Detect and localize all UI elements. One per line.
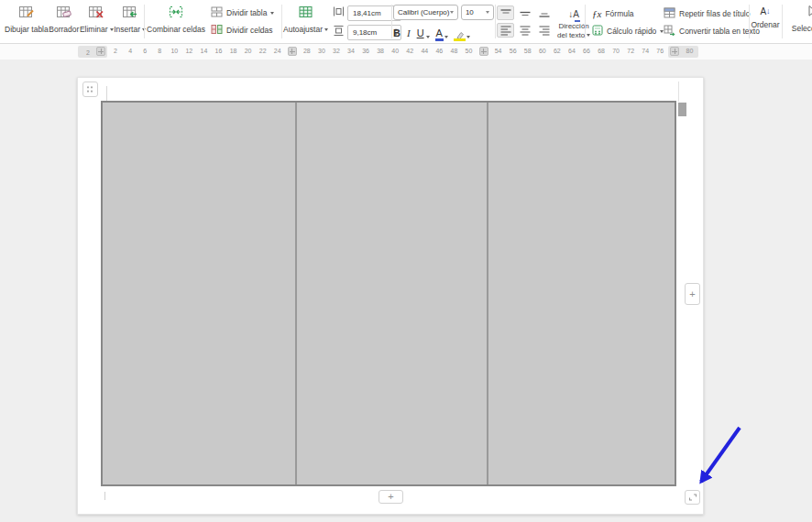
text-cursor	[106, 86, 107, 101]
draw-table-button[interactable]: Dibujar tabla	[5, 0, 49, 43]
ruler-number: 16	[215, 48, 223, 54]
combine-cells-button[interactable]: Combinar celdas	[147, 0, 205, 43]
autofit-group: Autoajustar 18,41cm 9,18cm	[283, 0, 390, 43]
calculator-icon	[592, 25, 603, 38]
ruler-number: 6	[143, 48, 147, 54]
text-direction-icon: ↓A	[568, 9, 579, 20]
ruler-number: 46	[435, 48, 443, 54]
text-cursor-after-table	[104, 492, 105, 500]
ruler-number: 58	[524, 48, 532, 54]
document-table[interactable]	[101, 101, 676, 486]
autofit-button[interactable]: Autoajustar	[283, 0, 328, 43]
split-cells-icon	[211, 24, 223, 37]
delete-label: Eliminar	[80, 26, 108, 35]
underline-button[interactable]: U	[417, 28, 430, 38]
document-canvas[interactable]: + +	[0, 60, 812, 522]
align-left-button[interactable]	[497, 23, 514, 38]
ruler-column-marker[interactable]	[96, 47, 105, 56]
plus-icon: +	[689, 289, 695, 299]
resize-diagonal-icon	[688, 493, 697, 502]
ruler-column-marker[interactable]	[479, 47, 488, 56]
merge-group: Combinar celdas Dividir tabla Dividir ce…	[147, 0, 280, 43]
select-button[interactable]: Seleccionar	[785, 0, 812, 34]
dropdown-arrow-icon	[466, 36, 470, 38]
table-column-border[interactable]	[295, 103, 297, 484]
horizontal-ruler[interactable]: 2 24681012141618202224283032343638404244…	[0, 44, 812, 60]
table-column-border[interactable]	[487, 103, 488, 484]
align-center-button[interactable]	[516, 23, 533, 38]
convert-table-icon	[664, 25, 675, 38]
ruler-number: 14	[201, 48, 208, 54]
ruler-number: 32	[333, 48, 340, 54]
sort-button[interactable]: A↓ Ordenar	[750, 0, 781, 30]
bold-button[interactable]: B	[393, 28, 401, 38]
highlight-button[interactable]	[455, 27, 470, 38]
font-color-button[interactable]: A	[436, 28, 448, 38]
valign-top-button[interactable]	[497, 5, 514, 20]
convert-table-button[interactable]: Convertir tabla en texto	[664, 25, 760, 38]
split-buttons: Dividir tabla Dividir celdas	[211, 0, 274, 43]
ruler-number: 18	[230, 48, 237, 54]
chevron-down-icon	[450, 11, 454, 14]
group-divider	[585, 5, 586, 38]
ruler-number: 54	[495, 48, 502, 54]
eraser-button[interactable]: Borrador	[49, 0, 79, 43]
split-table-label: Dividir tabla	[226, 8, 267, 17]
eraser-label: Borrador	[49, 26, 79, 35]
alignment-group: ↓A Dirección del texto	[497, 0, 585, 43]
group-divider	[391, 5, 392, 38]
combine-cells-label: Combinar celdas	[147, 26, 205, 35]
font-family-select[interactable]: Calibri (Cuerpo)	[393, 5, 458, 20]
ruler-number: 4	[128, 48, 132, 54]
dropdown-arrow-icon	[444, 36, 448, 38]
add-row-button[interactable]: +	[379, 490, 403, 504]
draw-table-label: Dibujar tabla	[5, 26, 49, 35]
ruler-number: 64	[568, 48, 576, 54]
split-cells-label: Dividir celdas	[226, 26, 273, 35]
underline-letter: U	[417, 28, 424, 38]
move-handle-grid-icon	[86, 85, 94, 93]
font-group: Calibri (Cuerpo) 10 B I U A	[393, 0, 494, 43]
quick-calc-button[interactable]: Cálculo rápido	[592, 25, 664, 38]
group-divider	[281, 5, 282, 38]
italic-button[interactable]: I	[407, 28, 411, 38]
repeat-header-button[interactable]: Repetir filas de título	[664, 7, 750, 20]
select-group: Seleccionar	[785, 0, 812, 43]
ruler-number: 24	[274, 48, 281, 54]
insert-label: Insertar	[114, 26, 140, 35]
document-page[interactable]: + +	[77, 77, 704, 515]
ruler-column-marker[interactable]	[288, 47, 297, 56]
insert-table-icon	[122, 5, 138, 23]
ruler-number: 44	[421, 48, 428, 54]
font-color-letter: A	[436, 28, 443, 38]
split-table-icon	[211, 6, 223, 19]
ruler-number: 2	[114, 48, 117, 54]
table-move-handle[interactable]	[82, 82, 98, 97]
cursor-select-icon	[806, 5, 812, 22]
delete-button[interactable]: Eliminar	[80, 0, 114, 43]
dropdown-arrow-icon	[426, 36, 430, 38]
font-size-select[interactable]: 10	[461, 5, 494, 20]
combine-cells-icon	[168, 5, 184, 23]
repeat-header-rows-icon	[664, 7, 675, 20]
valign-center-button[interactable]	[516, 5, 533, 20]
add-column-button[interactable]: +	[685, 283, 700, 305]
align-right-button[interactable]	[535, 23, 553, 38]
ruler-number: 50	[466, 48, 473, 54]
group-divider	[495, 5, 496, 38]
dropdown-arrow-icon	[270, 12, 274, 15]
draw-group: Dibujar tabla Borrador Eliminar Insertar	[2, 0, 148, 43]
split-cells-button[interactable]: Dividir celdas	[211, 24, 274, 37]
autofit-icon	[298, 5, 314, 23]
delete-table-icon	[88, 5, 104, 23]
table-resize-handle[interactable]	[685, 490, 700, 505]
row-height-icon	[333, 24, 345, 40]
formula-button[interactable]: ƒx Fórmula	[592, 7, 634, 20]
valign-bottom-button[interactable]	[535, 5, 553, 20]
ruler-column-marker[interactable]	[670, 47, 679, 56]
chevron-down-icon	[486, 11, 489, 14]
formula-label: Fórmula	[605, 9, 633, 18]
split-table-button[interactable]: Dividir tabla	[211, 6, 274, 19]
ruler-number: 22	[259, 48, 267, 54]
insert-button[interactable]: Insertar	[114, 0, 146, 43]
